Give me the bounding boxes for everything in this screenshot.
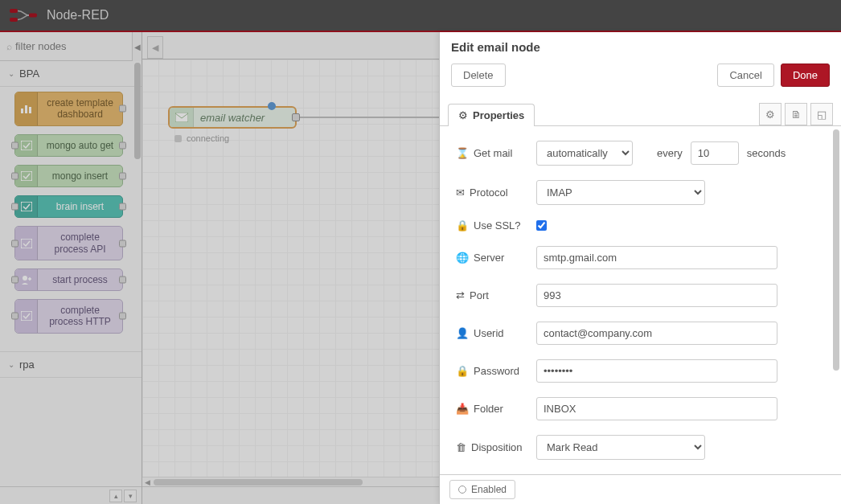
node-appearance-button[interactable]: ◱ (810, 103, 833, 125)
hourglass-icon: ⌛ (456, 147, 469, 159)
lock-icon: 🔒 (456, 219, 469, 232)
tab-label: Properties (473, 109, 524, 121)
appearance-icon: ◱ (817, 109, 827, 121)
node-description-button[interactable]: 🗎 (785, 103, 807, 125)
port-input[interactable] (536, 284, 777, 307)
node-settings-button[interactable]: ⚙ (759, 103, 782, 125)
svg-rect-2 (29, 14, 37, 18)
editor-form: ⌛Get mail automatically every seconds ✉P… (440, 126, 841, 474)
enabled-toggle[interactable]: Enabled (449, 480, 515, 499)
refresh-interval-input[interactable] (691, 141, 739, 165)
disposition-label: Disposition (471, 441, 523, 453)
disposition-select[interactable]: Mark Read (536, 435, 705, 460)
shuffle-icon: ⇄ (456, 289, 465, 301)
app-header: Node-RED (0, 0, 841, 32)
usessl-checkbox[interactable] (536, 220, 547, 231)
tab-properties[interactable]: ⚙ Properties (448, 104, 535, 126)
enabled-label: Enabled (471, 484, 507, 495)
protocol-label: Protocol (470, 186, 508, 199)
gear-icon: ⚙ (458, 109, 468, 121)
userid-input[interactable] (536, 322, 777, 345)
password-label: Password (474, 365, 519, 377)
envelope-icon: ✉ (456, 186, 465, 199)
file-icon: 🗎 (791, 109, 802, 121)
usessl-label: Use SSL? (474, 219, 521, 232)
userid-label: Userid (474, 327, 504, 339)
toggle-indicator-icon (458, 486, 466, 494)
every-label: every (657, 147, 683, 159)
seconds-label: seconds (747, 147, 786, 159)
trash-icon: 🗑 (456, 441, 466, 453)
edit-node-tray: Edit email node Delete Cancel Done ⚙ Pro… (439, 32, 841, 504)
inbox-icon: 📥 (456, 403, 469, 415)
editor-footer: Enabled (440, 474, 841, 504)
folder-input[interactable] (536, 397, 777, 420)
server-label: Server (474, 252, 504, 264)
password-input[interactable] (536, 359, 777, 383)
port-label: Port (470, 289, 489, 301)
done-button[interactable]: Done (781, 64, 830, 87)
editor-scrollbar[interactable] (833, 129, 839, 371)
svg-rect-1 (10, 18, 18, 22)
user-icon: 👤 (456, 327, 469, 339)
lock-icon: 🔒 (456, 365, 469, 377)
protocol-select[interactable]: IMAP (536, 180, 705, 205)
nodered-logo-icon (10, 8, 39, 23)
folder-label: Folder (474, 403, 503, 415)
globe-icon: 🌐 (456, 252, 469, 264)
getmail-select[interactable]: automatically (536, 141, 633, 166)
getmail-label: Get mail (474, 147, 512, 159)
app-title: Node-RED (47, 8, 109, 23)
modal-overlay (0, 32, 439, 504)
gear-icon: ⚙ (765, 109, 775, 121)
editor-title: Edit email node (451, 40, 830, 54)
delete-button[interactable]: Delete (451, 64, 506, 87)
svg-rect-0 (10, 9, 18, 13)
server-input[interactable] (536, 246, 777, 269)
cancel-button[interactable]: Cancel (717, 64, 773, 87)
